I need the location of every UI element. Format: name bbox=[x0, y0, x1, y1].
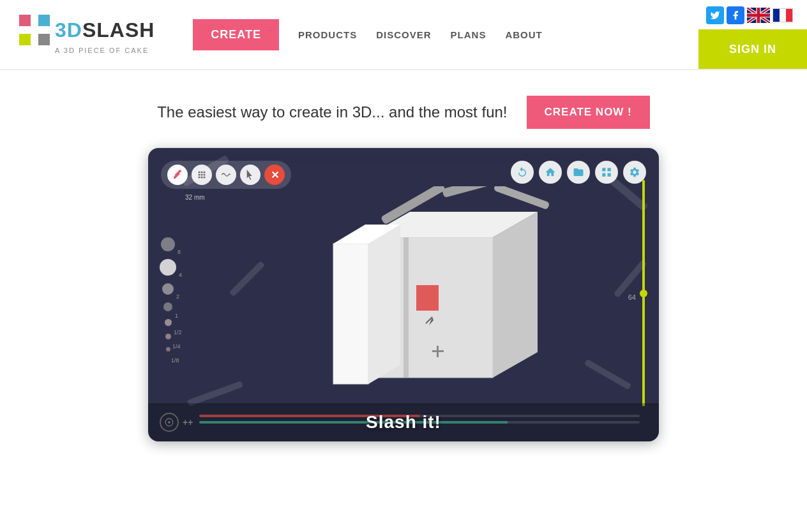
logo-icon bbox=[19, 15, 50, 45]
toolbar-top-right bbox=[511, 161, 646, 184]
wave-tool-button[interactable] bbox=[216, 165, 236, 185]
svg-rect-2 bbox=[19, 33, 32, 45]
svg-rect-23 bbox=[494, 186, 550, 210]
svg-rect-3 bbox=[37, 33, 50, 45]
svg-rect-5 bbox=[19, 26, 50, 34]
products-nav-link[interactable]: PRODUCTS bbox=[298, 29, 357, 40]
hero-section: The easiest way to create in 3D... and t… bbox=[0, 70, 807, 454]
size-label: 32 mm bbox=[185, 194, 205, 201]
size-4-label: 4 bbox=[179, 272, 182, 278]
size-quarter-label: 1/4 bbox=[172, 343, 181, 350]
size-dot-eighth[interactable] bbox=[166, 347, 170, 351]
paint-tool-button[interactable] bbox=[167, 165, 188, 185]
close-tool-button[interactable]: ✕ bbox=[264, 165, 285, 185]
size-half-label: 1/2 bbox=[174, 329, 182, 336]
svg-rect-25 bbox=[432, 350, 444, 352]
svg-marker-18 bbox=[368, 225, 400, 384]
svg-rect-9 bbox=[229, 261, 266, 297]
facebook-icon[interactable] bbox=[727, 6, 744, 24]
folder-button[interactable] bbox=[567, 161, 590, 184]
size-dot-4[interactable] bbox=[160, 259, 176, 276]
home-button[interactable] bbox=[539, 161, 562, 184]
sign-in-button[interactable]: SIGN IN bbox=[698, 29, 807, 69]
header-right: SIGN IN bbox=[698, 0, 807, 69]
grid-view-button[interactable] bbox=[595, 161, 618, 184]
svg-rect-19 bbox=[416, 285, 439, 311]
social-icons bbox=[706, 6, 799, 24]
app-preview: ✕ bbox=[148, 148, 659, 441]
site-header: 3DSLASH A 3D PIECE OF CAKE CREATE PRODUC… bbox=[0, 0, 807, 70]
svg-rect-20 bbox=[404, 237, 409, 378]
logo-area: 3DSLASH A 3D PIECE OF CAKE bbox=[19, 15, 155, 54]
size-dot-2[interactable] bbox=[162, 283, 174, 295]
undo-button[interactable] bbox=[511, 161, 534, 184]
twitter-icon[interactable] bbox=[706, 6, 724, 24]
size-dot-quarter[interactable] bbox=[165, 334, 171, 339]
slider-value: 64 bbox=[628, 293, 636, 301]
size-1-label: 1 bbox=[175, 313, 178, 319]
grid-tool-button[interactable] bbox=[192, 165, 212, 185]
about-nav-link[interactable]: ABOUT bbox=[505, 29, 542, 40]
create-now-button[interactable]: CREATE NOW ! bbox=[527, 96, 650, 129]
toolbar-top-left: ✕ bbox=[161, 161, 291, 189]
size-eighth-label: 1/8 bbox=[171, 357, 179, 364]
size-panel: 8 4 2 1 1/2 1/4 1/8 bbox=[160, 199, 176, 351]
french-flag-icon[interactable] bbox=[773, 8, 793, 22]
cursor-tool-button[interactable] bbox=[240, 165, 260, 185]
bottom-bar: Slash it! bbox=[148, 403, 659, 441]
size-2-label: 2 bbox=[176, 293, 179, 300]
vertical-slider[interactable]: 64 bbox=[638, 180, 649, 406]
hero-tagline-text: The easiest way to create in 3D... and t… bbox=[157, 103, 507, 121]
hero-tagline-area: The easiest way to create in 3D... and t… bbox=[157, 96, 650, 129]
3d-object bbox=[263, 186, 614, 403]
create-nav-button[interactable]: CREATE bbox=[193, 19, 279, 50]
uk-flag-icon[interactable] bbox=[747, 8, 770, 23]
logo-text: 3DSLASH bbox=[55, 18, 155, 42]
size-8-label: 8 bbox=[177, 249, 181, 255]
svg-rect-16 bbox=[333, 244, 368, 384]
plans-nav-link[interactable]: PLANS bbox=[451, 29, 486, 40]
size-dot-8[interactable] bbox=[161, 237, 175, 251]
svg-rect-1 bbox=[37, 15, 50, 27]
size-dot-half[interactable] bbox=[165, 319, 172, 326]
size-dot-1[interactable] bbox=[163, 302, 172, 311]
logo-sub: A 3D PIECE OF CAKE bbox=[55, 47, 149, 54]
svg-marker-14 bbox=[493, 212, 538, 378]
discover-nav-link[interactable]: DISCOVER bbox=[376, 29, 431, 40]
slash-it-text: Slash it! bbox=[366, 412, 441, 432]
logo-graphic: 3DSLASH bbox=[19, 15, 155, 45]
svg-rect-0 bbox=[19, 15, 32, 27]
